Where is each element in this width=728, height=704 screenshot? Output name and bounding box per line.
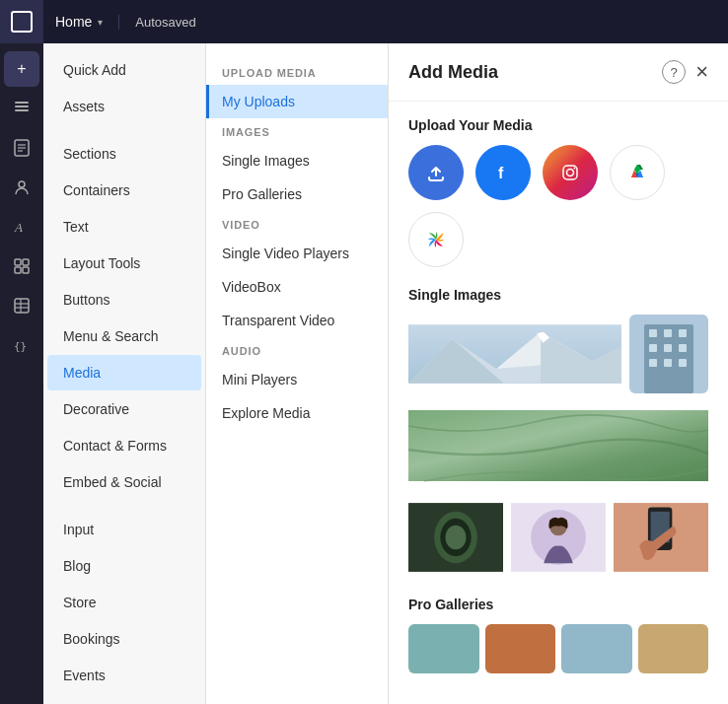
panel-content: Upload Your Media f (389, 102, 728, 689)
image-building[interactable] (629, 315, 708, 393)
svg-rect-37 (649, 359, 657, 367)
nav-item-bookings[interactable]: Bookings (47, 621, 201, 657)
sidebar-icon-code[interactable]: {} (4, 327, 39, 363)
svg-rect-33 (679, 329, 687, 337)
upload-button[interactable] (408, 145, 464, 200)
svg-point-44 (446, 526, 467, 549)
nav-item-input[interactable]: Input (47, 512, 201, 547)
nav-item-embed-social[interactable]: Embed & Social (47, 464, 201, 500)
nav-item-store[interactable]: Store (47, 585, 201, 620)
sidebar-icon-table[interactable] (4, 288, 39, 323)
svg-rect-11 (15, 267, 21, 273)
panel-actions: ? × (662, 59, 708, 85)
nav-item-contact-forms[interactable]: Contact & Forms (47, 428, 201, 463)
middle-item-mini-players[interactable]: Mini Players (206, 363, 388, 396)
nav-item-menu-search[interactable]: Menu & Search (47, 318, 201, 354)
autosaved-status: Autosaved (118, 15, 211, 30)
image-phone[interactable] (614, 498, 708, 577)
google-drive-button[interactable] (610, 145, 665, 200)
right-panel: Add Media ? × Upload Your Media (389, 43, 728, 704)
instagram-button[interactable] (543, 145, 598, 200)
panel-title: Add Media (408, 62, 498, 83)
middle-item-explore-media[interactable]: Explore Media (206, 396, 388, 430)
images-label: IMAGES (206, 118, 388, 144)
svg-rect-35 (664, 344, 672, 352)
home-label: Home (55, 14, 92, 30)
nav-item-sections[interactable]: Sections (47, 136, 201, 172)
upload-icons-row: f (408, 145, 708, 267)
pinwheel-button[interactable] (408, 212, 464, 267)
svg-rect-34 (649, 344, 657, 352)
svg-point-21 (574, 168, 576, 170)
middle-item-pro-galleries[interactable]: Pro Galleries (206, 177, 388, 211)
image-mountain[interactable] (408, 315, 621, 393)
middle-item-single-video[interactable]: Single Video Players (206, 237, 388, 270)
svg-rect-40 (408, 410, 708, 481)
sidebar-icon-layers[interactable] (4, 91, 39, 126)
svg-text:A: A (14, 220, 23, 235)
svg-point-20 (567, 170, 574, 176)
middle-panel: UPLOAD MEDIA My Uploads IMAGES Single Im… (206, 43, 389, 704)
middle-item-videobox[interactable]: VideoBox (206, 270, 388, 304)
nav-item-media[interactable]: Media (47, 355, 201, 390)
svg-rect-12 (23, 267, 29, 273)
middle-item-single-images[interactable]: Single Images (206, 144, 388, 177)
svg-rect-39 (679, 359, 687, 367)
svg-rect-38 (664, 359, 672, 367)
upload-media-label: UPLOAD MEDIA (206, 59, 388, 85)
sidebar-icon-grid[interactable] (4, 248, 39, 284)
nav-item-buttons[interactable]: Buttons (47, 282, 201, 317)
help-button[interactable]: ? (662, 60, 686, 84)
nav-item-blog[interactable]: Blog (47, 548, 201, 584)
icon-sidebar: + A {} (0, 43, 43, 704)
svg-rect-32 (664, 329, 672, 337)
main-area: + A {} Quick Add Assets Sections Contain… (0, 43, 728, 704)
gallery-3[interactable] (561, 624, 632, 673)
svg-point-7 (19, 181, 25, 187)
close-button[interactable]: × (695, 59, 708, 85)
left-nav-panel: Quick Add Assets Sections Containers Tex… (43, 43, 206, 704)
facebook-button[interactable]: f (475, 145, 531, 200)
nav-item-containers[interactable]: Containers (47, 173, 201, 208)
gallery-1[interactable] (408, 624, 479, 673)
middle-item-my-uploads[interactable]: My Uploads (206, 85, 388, 118)
nav-item-events[interactable]: Events (47, 658, 201, 693)
logo[interactable] (0, 0, 43, 43)
svg-rect-31 (649, 329, 657, 337)
home-nav[interactable]: Home ▾ (43, 14, 114, 30)
nav-item-decorative[interactable]: Decorative (47, 391, 201, 427)
sidebar-icon-type[interactable]: A (4, 209, 39, 245)
video-label: VIDEO (206, 211, 388, 237)
svg-rect-1 (15, 109, 29, 111)
panel-header: Add Media ? × (389, 43, 728, 102)
nav-item-assets[interactable]: Assets (47, 89, 201, 124)
single-images-title: Single Images (408, 287, 708, 303)
gallery-2[interactable] (485, 624, 556, 673)
gallery-4[interactable] (638, 624, 709, 673)
sidebar-icon-page[interactable] (4, 130, 39, 166)
image-woman[interactable] (511, 498, 606, 577)
nav-item-quick-add[interactable]: Quick Add (47, 52, 201, 88)
image-row-3 (408, 498, 708, 577)
svg-rect-9 (15, 259, 21, 265)
topbar: Home ▾ Autosaved (0, 0, 728, 43)
middle-item-transparent-video[interactable]: Transparent Video (206, 304, 388, 337)
nav-item-layout-tools[interactable]: Layout Tools (47, 246, 201, 281)
nav-item-text[interactable]: Text (47, 209, 201, 245)
pro-galleries-row (408, 624, 708, 673)
sidebar-icon-plus[interactable]: + (4, 51, 39, 87)
audio-label: AUDIO (206, 337, 388, 363)
image-thread[interactable] (408, 498, 503, 577)
svg-rect-10 (23, 259, 29, 265)
svg-text:{}: {} (14, 340, 27, 353)
pro-galleries-title: Pro Galleries (408, 597, 708, 612)
image-fabric[interactable] (408, 401, 708, 490)
upload-section-title: Upload Your Media (408, 117, 708, 133)
svg-rect-36 (679, 344, 687, 352)
svg-rect-0 (15, 106, 29, 107)
svg-rect-2 (15, 102, 29, 104)
sidebar-icon-people[interactable] (4, 170, 39, 205)
svg-rect-13 (15, 299, 29, 313)
svg-text:f: f (498, 165, 504, 181)
chevron-down-icon: ▾ (98, 17, 103, 28)
